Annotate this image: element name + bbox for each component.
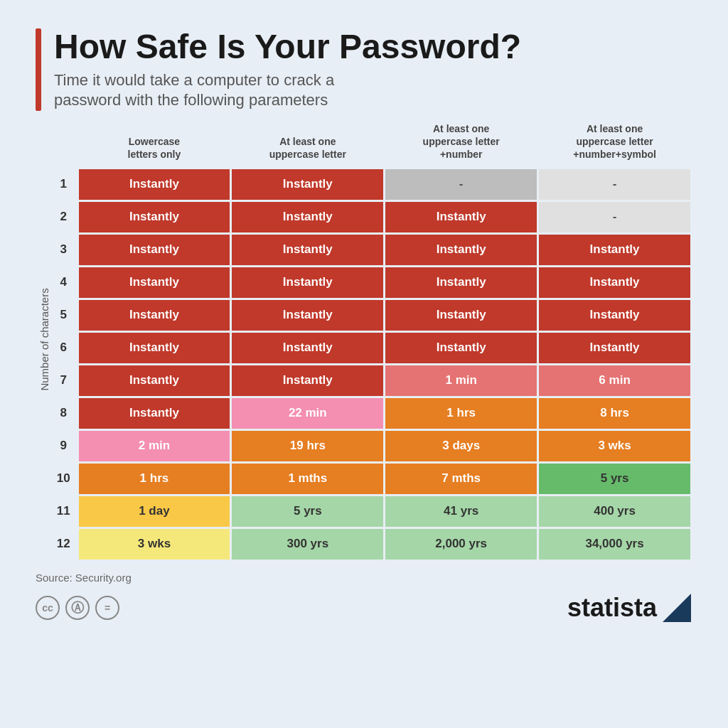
row-number: 10 [50, 462, 77, 495]
title-block: How Safe Is Your Password? Time it would… [54, 28, 521, 111]
table-cell: - [538, 168, 692, 200]
table-cell: Instantly [538, 331, 692, 364]
table-cell: 300 yrs [231, 528, 385, 560]
red-accent-bar [36, 28, 41, 111]
table-cell: 3 wks [538, 429, 692, 462]
table-cell: Instantly [77, 397, 231, 429]
table-cell: 2,000 yrs [385, 528, 538, 560]
password-table: Lowercaseletters only At least oneupperc… [50, 118, 692, 562]
table-cell: Instantly [77, 233, 231, 266]
col-header-lowercase: Lowercaseletters only [77, 118, 231, 168]
table-cell: 5 yrs [538, 462, 692, 495]
table-cell: Instantly [538, 233, 692, 266]
table-cell: 3 wks [77, 528, 231, 560]
table-cell: 1 mths [231, 462, 385, 495]
table-row: 111 day5 yrs41 yrs400 yrs [50, 495, 692, 528]
cc-icon: cc [36, 596, 60, 620]
table-cell: Instantly [538, 299, 692, 331]
table-cell: Instantly [385, 331, 538, 364]
table-cell: Instantly [231, 364, 385, 397]
table-cell: Instantly [231, 266, 385, 299]
row-number: 12 [50, 528, 77, 560]
source-text: Source: Security.org [36, 572, 692, 584]
table-cell: Instantly [77, 168, 231, 200]
header: How Safe Is Your Password? Time it would… [36, 28, 692, 111]
table-cell: Instantly [231, 299, 385, 331]
svg-marker-0 [663, 594, 691, 622]
table-cell: 1 hrs [77, 462, 231, 495]
main-title: How Safe Is Your Password? [54, 28, 521, 66]
row-number: 7 [50, 364, 77, 397]
row-number: 6 [50, 331, 77, 364]
table-cell: 22 min [231, 397, 385, 429]
table-cell: 19 hrs [231, 429, 385, 462]
equals-icon: = [95, 596, 119, 620]
table-row: 92 min19 hrs3 days3 wks [50, 429, 692, 462]
table-cell: Instantly [77, 299, 231, 331]
col-header-upper-num: At least oneuppercase letter+number [385, 118, 538, 168]
table-row: 8Instantly22 min1 hrs8 hrs [50, 397, 692, 429]
table-cell: 34,000 yrs [538, 528, 692, 560]
statista-text: statista [567, 593, 657, 623]
table-cell: Instantly [231, 233, 385, 266]
col-header-uppercase: At least oneuppercase letter [231, 118, 385, 168]
statista-triangle-icon [661, 592, 692, 623]
table-cell: Instantly [385, 299, 538, 331]
person-icon: Ⓐ [65, 596, 90, 620]
table-row: 7InstantlyInstantly1 min6 min [50, 364, 692, 397]
row-number: 2 [50, 200, 77, 233]
table-cell: Instantly [231, 168, 385, 200]
table-area: Number of characters Lowercaseletters on… [36, 118, 692, 562]
table-cell: Instantly [77, 331, 231, 364]
table-cell: Instantly [385, 233, 538, 266]
table-cell: 3 days [385, 429, 538, 462]
side-label: Number of characters [36, 118, 50, 562]
table-cell: Instantly [77, 364, 231, 397]
table-cell: Instantly [77, 266, 231, 299]
table-cell: 5 yrs [231, 495, 385, 528]
table-cell: 1 day [77, 495, 231, 528]
table-row: 101 hrs1 mths7 mths5 yrs [50, 462, 692, 495]
table-cell: Instantly [231, 331, 385, 364]
subtitle: Time it would take a computer to crack a… [54, 70, 521, 111]
statista-logo: statista [567, 592, 692, 623]
col-header-upper-num-sym: At least oneuppercase letter+number+symb… [538, 118, 692, 168]
table-row: 2InstantlyInstantlyInstantly- [50, 200, 692, 233]
table-cell: 1 min [385, 364, 538, 397]
table-cell: 41 yrs [385, 495, 538, 528]
table-cell: Instantly [538, 266, 692, 299]
footer: cc Ⓐ = statista [36, 592, 692, 623]
table-cell: - [385, 168, 538, 200]
table-cell: - [538, 200, 692, 233]
row-number: 8 [50, 397, 77, 429]
table-row: 6InstantlyInstantlyInstantlyInstantly [50, 331, 692, 364]
row-number: 4 [50, 266, 77, 299]
table-cell: Instantly [385, 266, 538, 299]
card: How Safe Is Your Password? Time it would… [0, 0, 728, 728]
license-icons: cc Ⓐ = [36, 596, 119, 620]
table-cell: 2 min [77, 429, 231, 462]
table-cell: Instantly [385, 200, 538, 233]
row-number: 1 [50, 168, 77, 200]
table-cell: Instantly [231, 200, 385, 233]
table-row: 3InstantlyInstantlyInstantlyInstantly [50, 233, 692, 266]
table-cell: 6 min [538, 364, 692, 397]
table-row: 5InstantlyInstantlyInstantlyInstantly [50, 299, 692, 331]
table-row: 4InstantlyInstantlyInstantlyInstantly [50, 266, 692, 299]
col-header-num [50, 118, 77, 168]
table-cell: Instantly [77, 200, 231, 233]
table-cell: 7 mths [385, 462, 538, 495]
table-row: 1InstantlyInstantly-- [50, 168, 692, 200]
table-cell: 1 hrs [385, 397, 538, 429]
table-row: 123 wks300 yrs2,000 yrs34,000 yrs [50, 528, 692, 560]
row-number: 9 [50, 429, 77, 462]
row-number: 3 [50, 233, 77, 266]
row-number: 5 [50, 299, 77, 331]
row-number: 11 [50, 495, 77, 528]
table-cell: 8 hrs [538, 397, 692, 429]
table-cell: 400 yrs [538, 495, 692, 528]
